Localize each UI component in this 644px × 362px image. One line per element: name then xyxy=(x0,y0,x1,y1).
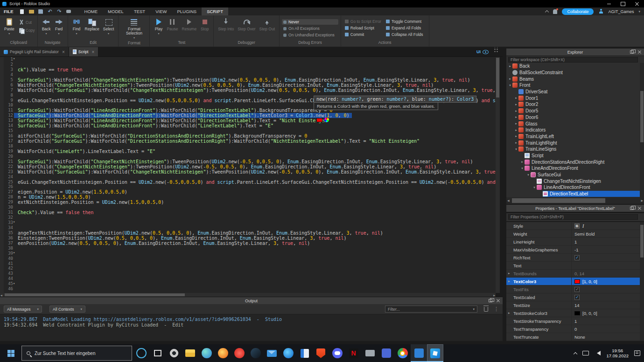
close-panel-icon[interactable] xyxy=(637,206,642,210)
code-line-34[interactable] xyxy=(14,225,496,230)
property-row-textsize[interactable]: TextSize14 xyxy=(506,301,640,309)
code-editor[interactable]: ck").Value == true thenSurfaceGui"):Wait… xyxy=(14,57,496,293)
document-tab-script[interactable]: Script× xyxy=(69,47,99,56)
copy-button[interactable]: Copy xyxy=(19,28,35,33)
replace-button[interactable]: Replace xyxy=(83,17,101,32)
menu-tab-home[interactable]: HOME xyxy=(79,7,103,15)
collapse-all-folds-button[interactable]: Collapse All Folds xyxy=(386,32,423,37)
save-icon[interactable] xyxy=(38,8,44,14)
find-button[interactable]: Find▾ xyxy=(70,17,83,36)
close-panel-icon[interactable] xyxy=(496,299,500,303)
step-out-button[interactable]: Step Out xyxy=(257,17,277,32)
taskbar-app-discord[interactable] xyxy=(329,344,345,362)
code-line-15[interactable] xyxy=(14,128,496,133)
code-line-28[interactable]: n = UDim2.new(1.5,0,0.5,0) xyxy=(14,195,496,200)
property-row-textcolor3[interactable]: ▸TextColor3[1, 0, 0] xyxy=(506,278,640,285)
volume-icon[interactable] xyxy=(595,351,601,355)
collapse-ribbon-icon[interactable] xyxy=(545,10,549,14)
chevron-down-icon[interactable]: ▾ xyxy=(526,173,531,177)
chevron-down-icon[interactable]: ▾ xyxy=(532,186,537,189)
cut-button[interactable]: Cut xyxy=(19,20,35,25)
debug-option-on-all-exceptions[interactable]: On All Exceptions xyxy=(282,26,338,31)
property-value[interactable]: 14 xyxy=(572,301,640,309)
float-panel-icon[interactable] xyxy=(630,50,634,54)
property-value[interactable]: [1, 0, 0] xyxy=(572,278,640,285)
property-value[interactable]: -1 xyxy=(572,246,640,253)
code-line-36[interactable]: Einsteigen:TweenPosition(UDim2.new(0.5, … xyxy=(14,236,496,241)
chevron-right-icon[interactable]: ▸ xyxy=(514,103,518,106)
code-line-14[interactable]: SurfaceGui"):WaitForChild("LineAndDirect… xyxy=(14,123,496,128)
properties-filter-input[interactable]: Filter Properties (Ctrl+Shift+P) xyxy=(508,214,638,220)
explorer-item-back[interactable]: ▸Back xyxy=(506,63,640,70)
property-row-lineheight[interactable]: LineHeight1 xyxy=(506,238,640,246)
go-to-script-error-button[interactable]: Go to Script Error xyxy=(345,19,381,24)
explorer-item-driverseat[interactable]: DriverSeat xyxy=(506,89,640,95)
properties-vertical-scrollbar[interactable] xyxy=(640,222,644,341)
chevron-right-icon[interactable]: ▸ xyxy=(520,160,525,164)
explorer-item-door2[interactable]: ▸Door2 xyxy=(506,101,640,108)
output-filter-input[interactable]: Filter... ▾ xyxy=(385,306,477,313)
code-line-32[interactable] xyxy=(14,215,496,220)
taskbar-app-cortana[interactable] xyxy=(133,344,149,362)
property-value[interactable] xyxy=(572,254,640,261)
explorer-item-glass[interactable]: ▸Glass xyxy=(506,120,640,127)
explorer-vertical-scrollbar[interactable] xyxy=(640,63,644,197)
taskbar-app-code-editor[interactable] xyxy=(411,344,427,362)
property-value[interactable]: None xyxy=(572,333,640,341)
chevron-right-icon[interactable]: ▸ xyxy=(508,64,512,68)
chevron-right-icon[interactable]: ▸ xyxy=(514,122,518,125)
maximize-button[interactable] xyxy=(616,0,630,7)
chevron-down-icon[interactable]: ▾ xyxy=(508,84,512,87)
explorer-item-trainlightright[interactable]: ▸TrainLightRight xyxy=(506,139,640,146)
property-row-weight[interactable]: WeightSemi Bold xyxy=(506,230,640,238)
stop-button[interactable]: Stop xyxy=(198,17,211,32)
taskbar-app-netflix[interactable] xyxy=(345,344,362,362)
float-panel-icon[interactable] xyxy=(630,207,634,210)
explorer-item-script[interactable]: Script xyxy=(506,153,640,159)
explorer-item-directionstationsanddirectionright[interactable]: ▸DirectionStationsAndDirectionRight xyxy=(506,159,640,165)
code-line-35[interactable]: angeTextNichtEinsteigen:TweenPosition(UD… xyxy=(14,230,496,236)
property-row-textstrokecolor3[interactable]: ▸TextStrokeColor3[0, 0, 0] xyxy=(506,309,640,317)
property-row-textstroketransparency[interactable]: TextStrokeTransparency1 xyxy=(506,317,640,325)
code-line-2[interactable] xyxy=(14,62,496,67)
code-line-41[interactable] xyxy=(14,261,496,266)
menu-tab-plugins[interactable]: PLUGINS xyxy=(172,7,202,15)
code-line-42[interactable] xyxy=(14,266,496,271)
explorer-item-directiontextlabel[interactable]: DirectionTextLabel xyxy=(506,191,640,197)
chevron-right-icon[interactable]: ▸ xyxy=(514,141,518,145)
capture-icon[interactable] xyxy=(66,8,72,14)
format-selection-button[interactable]: Format Selection▾ xyxy=(121,17,147,40)
property-value[interactable]: 0, 14 xyxy=(572,270,640,277)
show-hidden-icons-icon[interactable] xyxy=(574,352,577,355)
taskbar-app-teams[interactable] xyxy=(378,344,394,362)
code-line-39[interactable] xyxy=(14,251,496,256)
code-line-18[interactable] xyxy=(14,144,496,149)
menu-tab-view[interactable]: VIEW xyxy=(150,7,172,15)
property-value[interactable]: [0, 0, 0] xyxy=(572,309,640,317)
code-line-27[interactable]: eigen.Position = UDim2.new(1.5,0,0.5,0) xyxy=(14,189,496,195)
back-button[interactable]: Back▾ xyxy=(40,17,53,36)
code-line-12[interactable]: SurfaceGui"):WaitForChild("LineAndDirect… xyxy=(14,113,352,118)
code-line-16[interactable]: aitForChild("SurfaceGui"):WaitForChild("… xyxy=(14,133,496,139)
code-line-3[interactable]: ck").Value == true then xyxy=(14,67,496,72)
reload-script-button[interactable]: Reload Script xyxy=(345,26,381,30)
chevron-right-icon[interactable]: ▸ xyxy=(508,77,512,81)
taskbar-app-edge[interactable] xyxy=(198,344,215,362)
fwd-button[interactable]: Fwd▾ xyxy=(53,17,65,36)
network-icon[interactable] xyxy=(582,351,589,355)
property-value[interactable]: 1 xyxy=(572,238,640,245)
scroll-right-icon[interactable]: ▶ xyxy=(641,199,643,202)
chevron-right-icon[interactable]: ▸ xyxy=(514,128,518,132)
step-into-button[interactable]: Step Into xyxy=(216,17,236,32)
ui-visibility-toggle[interactable]: UI xyxy=(476,47,489,56)
debug-option-on-unhandled-exceptions[interactable]: On Unhandled Exceptions xyxy=(282,32,338,38)
taskbar-app-office[interactable] xyxy=(296,344,313,362)
code-line-43[interactable] xyxy=(14,271,496,276)
menu-tab-model[interactable]: MODEL xyxy=(103,7,129,15)
code-line-23[interactable]: WaitForChild("SurfaceGui"):WaitForChild(… xyxy=(14,169,496,174)
taskbar-app-file-explorer[interactable] xyxy=(182,344,198,362)
pause-button[interactable]: Pause xyxy=(165,17,180,32)
explorer-item-ballsocketconstraint[interactable]: BallSocketConstraint xyxy=(506,70,640,76)
editor-horizontal-scrollbar[interactable]: ◀ ▶ xyxy=(0,293,496,297)
document-tab-pegagit-light-rail-simulator[interactable]: Pegagit Light Rail Simulator× xyxy=(0,47,69,56)
